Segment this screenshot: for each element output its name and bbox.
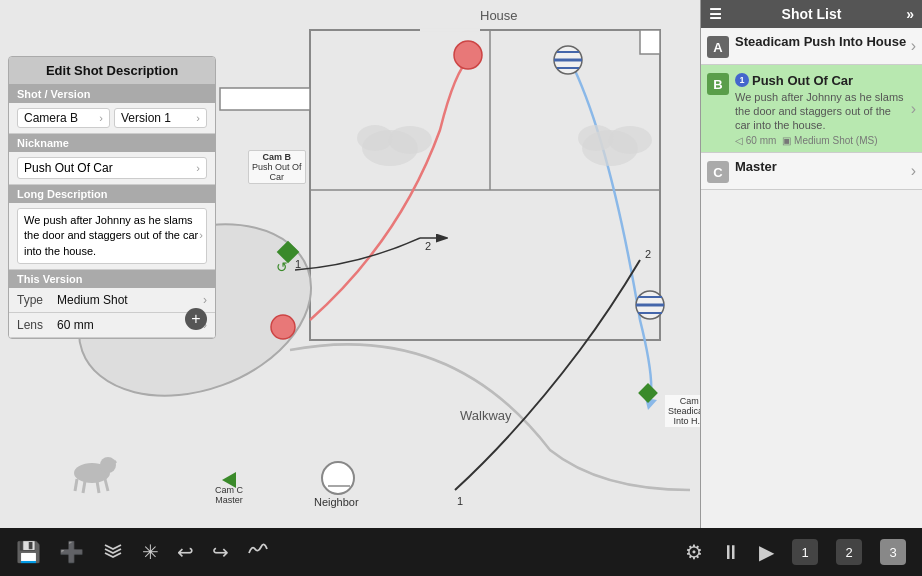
shot-b-expand[interactable]: › xyxy=(911,100,916,118)
save-icon[interactable]: 💾 xyxy=(16,540,41,564)
camera-selector[interactable]: Camera B › xyxy=(17,108,110,128)
edit-panel-header: Edit Shot Description xyxy=(9,57,215,85)
cam-c-label: Cam CMaster xyxy=(215,485,243,505)
settings-icon[interactable]: ⚙ xyxy=(685,540,703,564)
list-icon: ☰ xyxy=(709,6,722,22)
long-desc-text: We push after Johnny as he slams the doo… xyxy=(24,214,198,257)
layers-icon[interactable] xyxy=(102,539,124,566)
undo-icon[interactable]: ↩ xyxy=(177,540,194,564)
page-2-button[interactable]: 2 xyxy=(836,539,862,565)
shot-c-content: Master xyxy=(735,159,907,174)
asterisk-icon[interactable]: ✳ xyxy=(142,540,159,564)
svg-marker-43 xyxy=(222,472,236,488)
edit-panel: Edit Shot Description Shot / Version Cam… xyxy=(8,56,216,339)
svg-point-33 xyxy=(74,463,110,483)
svg-marker-8 xyxy=(465,48,478,62)
shot-list-title: Shot List xyxy=(782,6,842,22)
squiggle-icon[interactable] xyxy=(247,539,269,566)
shot-a-expand[interactable]: › xyxy=(911,37,916,55)
svg-line-37 xyxy=(97,481,99,493)
svg-rect-6 xyxy=(640,30,660,34)
redo-icon[interactable]: ↪ xyxy=(212,540,229,564)
svg-point-15 xyxy=(362,130,418,166)
add-button[interactable]: + xyxy=(185,308,207,330)
shot-c-title: Master xyxy=(735,159,907,174)
page-3-button[interactable]: 3 xyxy=(880,539,906,565)
camera-version-row[interactable]: Camera B › Version 1 › xyxy=(9,103,215,134)
pause-icon[interactable]: ⏸ xyxy=(721,541,741,564)
nickname-field-container: Push Out Of Car › xyxy=(9,152,215,185)
shot-b-title-text: Push Out Of Car xyxy=(752,73,853,88)
svg-line-39 xyxy=(109,461,116,467)
svg-point-17 xyxy=(357,125,393,151)
svg-point-34 xyxy=(100,457,116,473)
shot-a-title: Steadicam Push Into House xyxy=(735,34,907,49)
expand-icon[interactable]: » xyxy=(906,6,914,22)
shot-letter-c: C xyxy=(707,161,729,183)
shot-letter-b: B xyxy=(707,73,729,95)
svg-rect-5 xyxy=(220,88,310,110)
svg-text:1: 1 xyxy=(295,258,301,270)
type-row[interactable]: Type Medium Shot › xyxy=(9,288,215,313)
shot-b-content: 1 Push Out Of Car We push after Johnny a… xyxy=(735,71,907,146)
svg-rect-42 xyxy=(638,383,658,403)
svg-line-36 xyxy=(83,481,85,493)
svg-point-31 xyxy=(322,462,354,494)
nickname-value: Push Out Of Car xyxy=(24,161,196,175)
shot-version-label: Shot / Version xyxy=(9,85,215,103)
svg-rect-0 xyxy=(310,30,660,340)
walkway-label: Walkway xyxy=(460,408,512,423)
svg-point-20 xyxy=(578,125,614,151)
toolbar-mid: ⚙ ⏸ ▶ 1 2 3 xyxy=(685,539,906,565)
toolbar-left: 💾 ➕ ✳ ↩ ↪ xyxy=(16,539,269,566)
svg-point-19 xyxy=(608,126,652,154)
svg-point-16 xyxy=(388,126,432,154)
shot-item-a[interactable]: A Steadicam Push Into House › xyxy=(701,28,922,65)
type-value[interactable]: Medium Shot › xyxy=(57,293,207,307)
type-label: Type xyxy=(17,293,57,307)
svg-rect-7 xyxy=(640,30,660,54)
long-desc-label: Long Description xyxy=(9,185,215,203)
shot-c-expand[interactable]: › xyxy=(911,162,916,180)
shot-item-c[interactable]: C Master › xyxy=(701,153,922,190)
svg-point-30 xyxy=(271,315,295,339)
steadicam-label: CamSteadicamInto H... xyxy=(665,395,700,427)
add-icon[interactable]: ➕ xyxy=(59,540,84,564)
bottom-toolbar: 💾 ➕ ✳ ↩ ↪ ⚙ ⏸ ▶ 1 2 3 xyxy=(0,528,922,576)
svg-rect-40 xyxy=(277,241,300,264)
neighbor-label: Neighbor xyxy=(314,496,359,508)
svg-marker-9 xyxy=(645,398,657,410)
page-1-button[interactable]: 1 xyxy=(792,539,818,565)
svg-text:1: 1 xyxy=(457,495,463,507)
svg-text:2: 2 xyxy=(645,248,651,260)
svg-point-21 xyxy=(454,41,482,69)
nickname-label: Nickname xyxy=(9,134,215,152)
shot-b-meta: ◁ 60 mm ▣ Medium Shot (MS) xyxy=(735,135,907,146)
svg-text:↺: ↺ xyxy=(276,259,288,275)
svg-line-38 xyxy=(105,479,108,491)
shot-b-title: 1 Push Out Of Car xyxy=(735,71,907,88)
shot-b-desc: We push after Johnny as he slams the doo… xyxy=(735,90,907,133)
shot-a-content: Steadicam Push Into House xyxy=(735,34,907,49)
shot-list-panel: ☰ Shot List » A Steadicam Push Into Hous… xyxy=(700,0,922,528)
shot-letter-a: A xyxy=(707,36,729,58)
svg-point-18 xyxy=(582,130,638,166)
this-version-label: This Version xyxy=(9,270,215,288)
shot-list-header: ☰ Shot List » xyxy=(701,0,922,28)
play-icon[interactable]: ▶ xyxy=(759,540,774,564)
svg-line-35 xyxy=(75,479,77,491)
svg-point-22 xyxy=(554,46,582,74)
svg-text:2: 2 xyxy=(425,240,431,252)
cam-b-label: Cam BPush Out OfCar xyxy=(248,150,306,184)
house-label: House xyxy=(480,8,518,23)
lens-label: Lens xyxy=(17,318,57,332)
version-selector[interactable]: Version 1 › xyxy=(114,108,207,128)
long-desc-container: We push after Johnny as he slams the doo… xyxy=(9,203,215,270)
shot-item-b[interactable]: B 1 Push Out Of Car We push after Johnny… xyxy=(701,65,922,153)
svg-point-26 xyxy=(636,291,664,319)
